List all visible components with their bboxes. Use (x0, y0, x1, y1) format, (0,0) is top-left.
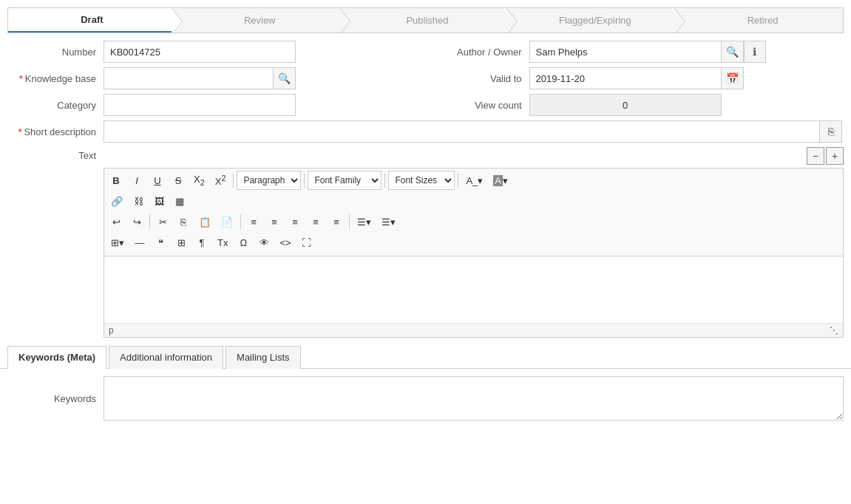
cut-button[interactable]: ✂ (153, 212, 172, 231)
unlink-button[interactable]: ⛓ (129, 191, 148, 211)
text-color-button[interactable]: A_▾ (461, 171, 487, 190)
subscript-button[interactable]: X2 (189, 171, 209, 190)
knowledge-base-input[interactable] (104, 67, 274, 89)
editor-area: p ⋱ (104, 256, 844, 338)
knowledge-base-search-button[interactable]: 🔍 (274, 67, 296, 89)
align-none-button[interactable]: ≡ (327, 212, 346, 231)
redo-button[interactable]: ↪ (127, 212, 146, 231)
table-button[interactable]: ⊞▾ (106, 233, 129, 252)
align-center-button[interactable]: ≡ (265, 212, 284, 231)
media-icon: ▦ (175, 196, 184, 207)
hr-button[interactable]: — (130, 233, 149, 252)
tab-mailing[interactable]: Mailing Lists (226, 346, 301, 369)
author-field-group: 🔍 ℹ (529, 41, 766, 63)
workflow-step-published[interactable]: Published (340, 8, 508, 33)
paste-text-button[interactable]: 📄 (217, 212, 237, 231)
workflow-step-draft[interactable]: Draft (8, 8, 172, 33)
editor-toolbar: B I U S X2 X2 Paragraph Heading 1 Headin… (104, 168, 844, 256)
collapse-text-button[interactable]: − (807, 147, 824, 165)
search-icon: 🔍 (726, 46, 739, 58)
media-button[interactable]: ▦ (170, 191, 189, 211)
align-justify-button[interactable]: ≡ (306, 212, 325, 231)
short-description-field-group: ⎘ (104, 120, 844, 143)
italic-button[interactable]: I (127, 171, 146, 190)
align-justify-icon: ≡ (313, 217, 319, 228)
font-size-select[interactable]: Font Sizes (388, 171, 455, 190)
bold-button[interactable]: B (106, 171, 126, 190)
author-label: Author / Owner (433, 47, 529, 58)
tab-keywords[interactable]: Keywords (Meta) (7, 346, 106, 369)
code-button[interactable]: <> (275, 233, 295, 252)
bg-color-button[interactable]: A▾ (489, 171, 512, 190)
copy-icon: ⎘ (828, 126, 834, 137)
number-input[interactable] (104, 41, 296, 63)
view-count-input (529, 94, 722, 116)
author-input[interactable] (529, 41, 722, 63)
knowledge-base-field-group: 🔍 (104, 67, 296, 89)
valid-to-field-group: 📅 (529, 67, 744, 89)
fullscreen-button[interactable]: ⛶ (297, 233, 316, 252)
find-button[interactable]: ⊞ (172, 233, 191, 252)
keywords-section: Keywords (0, 369, 851, 432)
editor-footer: p ⋱ (104, 323, 843, 337)
plus-icon: + (832, 150, 838, 162)
short-description-copy-button[interactable]: ⎘ (820, 120, 842, 143)
fullscreen-icon: ⛶ (302, 237, 311, 248)
undo-button[interactable]: ↩ (106, 212, 126, 231)
valid-to-input[interactable] (529, 67, 722, 89)
image-button[interactable]: 🖼 (149, 191, 169, 211)
workflow-bar: Draft Review Published Flagged/Expiring … (7, 7, 844, 33)
strikethrough-button[interactable]: S (169, 171, 188, 190)
paragraph-select[interactable]: Paragraph Heading 1 Heading 2 Heading 3 (237, 171, 301, 190)
paste-text-icon: 📄 (221, 217, 233, 228)
paste-button[interactable]: 📋 (194, 212, 215, 231)
keywords-label: Keywords (7, 393, 104, 404)
blockquote-button[interactable]: ❝ (151, 233, 170, 252)
view-count-label: View count (433, 100, 529, 111)
text-label: Text (7, 147, 104, 161)
workflow-step-flagged[interactable]: Flagged/Expiring (507, 8, 675, 33)
editor-content[interactable] (104, 256, 843, 323)
underline-button[interactable]: U (148, 171, 167, 190)
tab-additional[interactable]: Additional information (109, 346, 223, 369)
align-left-button[interactable]: ≡ (244, 212, 263, 231)
list-ordered-button[interactable]: ☰▾ (377, 212, 400, 231)
workflow-step-review[interactable]: Review (172, 8, 340, 33)
short-description-input[interactable] (104, 120, 820, 143)
image-icon: 🖼 (155, 196, 164, 207)
form-container: Number Author / Owner 🔍 ℹ *Knowledge bas… (7, 41, 844, 338)
copy-button[interactable]: ⎘ (174, 212, 193, 231)
preview-button[interactable]: 👁 (254, 233, 274, 252)
short-description-label: *Short description (7, 126, 104, 137)
author-info-button[interactable]: ℹ (744, 41, 766, 63)
keywords-textarea[interactable] (104, 376, 844, 420)
list-button[interactable]: ☰▾ (353, 212, 376, 231)
toolbar-row-2: 🔗 ⛓ 🖼 ▦ (106, 191, 841, 211)
toolbar-sep-5 (149, 214, 150, 229)
paragraph-mark-button[interactable]: ¶ (192, 233, 211, 252)
valid-to-calendar-button[interactable]: 📅 (722, 67, 744, 89)
find-icon: ⊞ (177, 237, 186, 248)
resize-handle[interactable]: ⋱ (830, 325, 838, 336)
align-none-icon: ≡ (333, 217, 339, 228)
char-icon: Ω (240, 237, 248, 248)
search-icon-kb: 🔍 (278, 72, 291, 84)
category-input[interactable] (104, 94, 296, 116)
author-search-button[interactable]: 🔍 (722, 41, 744, 63)
align-right-button[interactable]: ≡ (285, 212, 305, 231)
link-icon: 🔗 (111, 196, 123, 207)
form-row-category: Category View count (7, 94, 844, 116)
link-button[interactable]: 🔗 (106, 191, 127, 211)
keywords-row: Keywords (7, 376, 844, 420)
workflow-step-retired[interactable]: Retired (675, 8, 843, 33)
expand-text-button[interactable]: + (826, 147, 844, 165)
char-button[interactable]: Ω (234, 233, 253, 252)
align-left-icon: ≡ (251, 217, 257, 228)
remove-format-button[interactable]: Tx (213, 233, 232, 252)
blockquote-icon: ❝ (158, 237, 163, 248)
undo-icon: ↩ (112, 217, 121, 228)
superscript-button[interactable]: X2 (211, 171, 231, 190)
valid-to-label: Valid to (433, 73, 529, 84)
toolbar-sep-2 (304, 173, 305, 188)
font-family-select[interactable]: Font Family (308, 171, 382, 190)
